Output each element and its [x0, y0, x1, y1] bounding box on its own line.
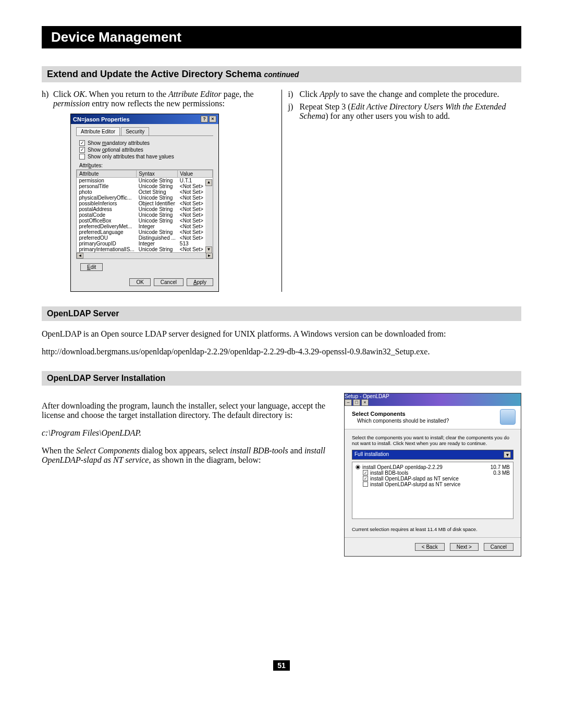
- checkbox-mandatory[interactable]: ✓: [79, 140, 85, 146]
- setup-status: Current selection requires at least 11.4…: [352, 526, 513, 532]
- install-path: c:\Program Files\OpenLDAP.: [42, 428, 141, 437]
- step-h-marker: h): [42, 90, 53, 108]
- tree-item-main: install OpenLDAP openldap-2.2.29: [362, 464, 443, 470]
- table-row[interactable]: primaryGroupIDInteger513: [77, 241, 213, 246]
- install-p3: When the Select Components dialog box ap…: [42, 446, 334, 465]
- openldap-desc: OpenLDAP is an Open source LDAP server d…: [42, 329, 521, 339]
- scroll-left-icon[interactable]: ◄: [77, 253, 83, 258]
- table-row[interactable]: postalAddressUnicode String<Not Set>: [77, 206, 213, 212]
- dialog-titlebar: CN=jason Properties ? ×: [71, 114, 218, 124]
- setup-title: Setup - OpenLDAP: [345, 393, 389, 399]
- chevron-down-icon[interactable]: ▾: [504, 451, 511, 458]
- checkbox-slurpd[interactable]: [363, 482, 368, 487]
- component-tree: install OpenLDAP openldap-2.2.29 10.7 MB…: [352, 462, 513, 519]
- step-i-marker: i): [288, 90, 300, 99]
- install-type-select[interactable]: Full installation ▾: [352, 450, 513, 460]
- page-number: 51: [42, 661, 521, 670]
- setup-dialog: Setup - OpenLDAP – □ × Select Components…: [344, 393, 521, 557]
- checkbox-optional[interactable]: ✓: [79, 147, 85, 153]
- table-row[interactable]: preferredDeliveryMet...Integer<Not Set>: [77, 224, 213, 229]
- next-button[interactable]: Next >: [450, 543, 479, 551]
- setup-titlebar: Setup - OpenLDAP – □ ×: [345, 393, 521, 406]
- tree-item-slurpd: install OpenLDAP-slurpd as NT service: [370, 482, 460, 487]
- checkbox-values[interactable]: [79, 154, 85, 159]
- checkbox-slapd[interactable]: [363, 476, 368, 481]
- checkbox-mandatory-label: Show mandatory attributes: [88, 140, 150, 146]
- close-icon[interactable]: ×: [209, 116, 216, 122]
- install-type-value: Full installation: [354, 451, 389, 458]
- table-row[interactable]: postOfficeBoxUnicode String<Not Set>: [77, 218, 213, 224]
- col-attribute[interactable]: Attribute: [77, 170, 137, 178]
- setup-header-title: Select Components: [352, 411, 449, 417]
- close-icon[interactable]: ×: [361, 399, 369, 406]
- page-title: Device Management: [42, 26, 521, 48]
- table-row[interactable]: preferredOUDistinguished ...<Not Set>: [77, 235, 213, 241]
- table-row[interactable]: primaryInternationalIS...Unicode String<…: [77, 246, 213, 252]
- tab-security[interactable]: Security: [121, 127, 149, 135]
- checkbox-bdb[interactable]: [363, 470, 368, 475]
- install-p1: After downloading the program, launch th…: [42, 401, 334, 420]
- section-title-suffix: continued: [264, 70, 299, 79]
- radio-main[interactable]: [356, 465, 360, 470]
- table-row[interactable]: preferredLanguageUnicode String<Not Set>: [77, 229, 213, 235]
- maximize-icon[interactable]: □: [353, 399, 360, 406]
- section-openldap-install-heading: OpenLDAP Server Installation: [42, 371, 521, 386]
- step-h-text: Click OK. When you return to the Attribu…: [53, 90, 275, 108]
- scroll-down-icon[interactable]: ▼: [205, 246, 212, 253]
- step-j-marker: j): [288, 102, 300, 121]
- table-row[interactable]: personalTitleUnicode String<Not Set>: [77, 183, 213, 189]
- step-j-text: Repeat Step 3 (Edit Active Directory Use…: [300, 102, 522, 121]
- scrollbar-vertical[interactable]: ▲ ▼: [205, 179, 213, 253]
- col-value[interactable]: Value: [178, 170, 213, 178]
- minimize-icon[interactable]: –: [345, 399, 352, 406]
- tree-item-main-size: 10.7 MB: [491, 464, 510, 470]
- setup-header-subtitle: Which components should be installed?: [357, 418, 449, 424]
- attributes-table: Attribute Syntax Value permissionUnicode…: [76, 169, 213, 259]
- properties-dialog: CN=jason Properties ? × Attribute Editor…: [70, 114, 219, 292]
- checkbox-optional-label: Show optional attributes: [88, 147, 143, 153]
- setup-cancel-button[interactable]: Cancel: [484, 543, 513, 551]
- section-extend-schema-heading: Extend and Update the Active Directory S…: [42, 66, 521, 82]
- table-row[interactable]: possibleInferiorsObject Identifier<Not S…: [77, 201, 213, 206]
- attributes-label: Attributes:: [79, 163, 213, 168]
- scroll-up-icon[interactable]: ▲: [205, 179, 212, 186]
- table-row[interactable]: photoOctet String<Not Set>: [77, 189, 213, 195]
- table-row[interactable]: permissionUnicode StringU.T.1: [77, 178, 213, 184]
- back-button[interactable]: < Back: [415, 543, 445, 551]
- tree-item-slapd: install OpenLDAP-slapd as NT service: [370, 476, 459, 482]
- checkbox-values-label: Show only attributes that have values: [88, 154, 174, 159]
- table-row[interactable]: physicalDeliveryOffic...Unicode String<N…: [77, 195, 213, 201]
- col-syntax[interactable]: Syntax: [137, 170, 178, 178]
- dialog-title: CN=jason Properties: [73, 116, 130, 122]
- section-title-text: Extend and Update the Active Directory S…: [47, 69, 261, 79]
- section-openldap-heading: OpenLDAP Server: [42, 306, 521, 321]
- column-divider: [282, 90, 282, 292]
- tree-item-bdb: install BDB-tools: [370, 470, 408, 476]
- apply-button[interactable]: Apply: [187, 278, 213, 286]
- step-i-text: Click Apply to save the change and compl…: [300, 90, 522, 99]
- tab-attribute-editor[interactable]: Attribute Editor: [76, 127, 120, 135]
- setup-note: Select the components you want to instal…: [352, 435, 513, 447]
- scroll-right-icon[interactable]: ►: [206, 253, 213, 258]
- scrollbar-horizontal[interactable]: ◄ ►: [77, 252, 213, 258]
- openldap-url: http://download.bergmans.us/openldap/ope…: [42, 347, 521, 356]
- setup-header-icon: [500, 409, 516, 425]
- table-row[interactable]: postalCodeUnicode String<Not Set>: [77, 212, 213, 218]
- help-icon[interactable]: ?: [201, 116, 208, 122]
- tree-item-bdb-size: 0.3 MB: [493, 470, 510, 476]
- ok-button[interactable]: OK: [129, 278, 150, 286]
- cancel-button[interactable]: Cancel: [154, 278, 183, 286]
- edit-button[interactable]: Edit: [80, 263, 103, 271]
